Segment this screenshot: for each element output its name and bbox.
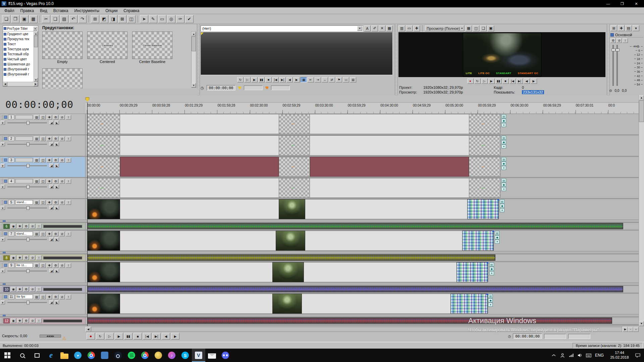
track-number[interactable]: 4 [8, 179, 14, 184]
solo-button[interactable]: ! [66, 179, 71, 184]
slider-thumb[interactable] [26, 301, 30, 304]
track-lane-9[interactable]: ▤◆✦ [86, 262, 639, 285]
presets-vscrollbar[interactable]: ▲ ▼ [191, 32, 196, 88]
solo-button[interactable]: ! [36, 318, 42, 323]
track-level-slider[interactable] [7, 165, 47, 166]
go-to-end-icon[interactable]: ▶| [279, 77, 286, 82]
fade-out-icon[interactable]: ◣ [55, 142, 59, 146]
track-motion-button[interactable]: ◫ [40, 232, 46, 236]
automation-settings-button[interactable]: ⚙ [53, 179, 58, 184]
timeline-event[interactable]: ▪▪ [87, 157, 120, 177]
bypass-motion-blur-button[interactable]: ▨ [34, 232, 39, 236]
external-monitor-icon[interactable]: ▭ [406, 25, 413, 32]
automation-settings-button[interactable]: ⚙ [23, 318, 29, 323]
expand-track-icon[interactable]: ▸ [1, 185, 5, 189]
open-project-icon[interactable]: ❐ [11, 15, 19, 23]
generator-item-3[interactable]: Текст [3, 42, 38, 47]
generator-item-1[interactable]: Градиент цве [3, 32, 38, 37]
track-motion-button[interactable]: ◫ [40, 115, 46, 120]
edit-timecode-field[interactable]: 00:00:00;00 [513, 334, 542, 339]
track-lane-3[interactable]: ▪▪▪▪▪▪▤◆✦ [86, 157, 639, 177]
generator-list-hscrollbar[interactable]: ◀ ▶ [3, 82, 38, 86]
scroll-up-icon[interactable]: ▲ [639, 95, 644, 100]
slider-thumb[interactable] [26, 269, 30, 273]
track-lane-5[interactable]: ▤◆✦ [86, 199, 639, 222]
track-fx-button[interactable]: ✚ [47, 295, 52, 299]
zoom-edit-tool-icon[interactable]: ◎ [167, 15, 175, 23]
track-number[interactable]: 2 [8, 136, 14, 141]
save-preset-icon[interactable]: ✐ [371, 25, 378, 32]
project-properties-icon[interactable]: ▦ [29, 15, 38, 23]
auto-crossfade-icon[interactable]: ◩ [100, 15, 108, 23]
loop-region-icon[interactable]: ↔ [322, 77, 328, 82]
loop-playback-icon[interactable]: ↻ [237, 77, 244, 82]
fade-out-icon[interactable]: ◣ [55, 121, 59, 125]
track-group-strip[interactable] [0, 314, 639, 316]
step-left-icon[interactable]: ⇤ [308, 77, 314, 82]
audio-event[interactable] [87, 223, 623, 229]
automation-settings-button[interactable]: ⚙ [53, 158, 58, 163]
file-explorer-icon[interactable] [58, 349, 71, 362]
track-fx-button[interactable]: ✚ [47, 200, 52, 205]
step-right-icon[interactable]: ⇥ [315, 77, 321, 82]
track-lane-11[interactable]: ▤◆✦ [86, 294, 639, 316]
track-lane-1[interactable]: ▪▪▪▪▪▪▤◆✦ [86, 114, 639, 134]
lock-envelopes-icon[interactable]: ⊠ [118, 15, 126, 23]
panel-grip[interactable] [395, 24, 398, 95]
loop-playback-button[interactable]: ↻ [474, 78, 481, 84]
bypass-motion-blur-button[interactable]: ▨ [34, 136, 39, 141]
chevron-down-icon[interactable]: ▾ [357, 26, 362, 31]
skype-icon[interactable] [178, 349, 192, 362]
steam-icon[interactable] [111, 349, 125, 362]
menu-options[interactable]: Опции [102, 8, 120, 14]
record-button[interactable]: ● [87, 333, 95, 340]
solo-button[interactable]: ! [36, 255, 42, 260]
automation-settings-button[interactable]: ⚙ [53, 295, 58, 299]
event-pan-crop-icon[interactable]: ✦ [500, 208, 504, 212]
event-pan-crop-icon[interactable]: ✦ [488, 303, 493, 307]
preview-quality-dropdown[interactable]: Просмотр (Полное) ▾ [425, 25, 464, 31]
fade-in-icon[interactable]: ◢ [49, 164, 54, 168]
track-drag-handle[interactable] [0, 318, 2, 323]
audio-event[interactable] [87, 317, 612, 324]
track-motion-button[interactable]: ◫ [40, 136, 46, 141]
project-video-properties-icon[interactable]: ▥ [398, 25, 405, 32]
generator-item-2[interactable]: Прокрутка тек [3, 37, 38, 42]
mail-icon[interactable] [205, 349, 219, 362]
telegram-icon[interactable] [71, 349, 85, 362]
mute-button[interactable]: ⊘ [59, 136, 65, 141]
redo-icon[interactable]: ↷ [78, 15, 87, 23]
go-to-end-button[interactable]: ▶| [517, 78, 523, 84]
automation-settings-button[interactable]: ⚙ [53, 200, 58, 205]
fade-in-icon[interactable]: ◢ [49, 121, 54, 125]
automation-settings-button[interactable]: ⚙ [53, 263, 58, 268]
fader-handle[interactable] [615, 49, 620, 51]
event-fx-icon[interactable]: ◆ [501, 119, 506, 123]
touch-keyboard-icon[interactable] [584, 349, 593, 362]
track-fx-button[interactable]: ✚ [47, 136, 52, 141]
fade-in-icon[interactable]: ◢ [49, 269, 54, 273]
mute-button[interactable]: ⊘ [59, 158, 65, 163]
track-header-12[interactable]: 12◉✚⚙⊘! [0, 317, 86, 324]
snapshot-icon[interactable]: ▤ [350, 77, 356, 82]
solo-button[interactable]: ! [66, 232, 71, 236]
spotify-icon[interactable] [125, 349, 138, 362]
enable-snapping-icon[interactable]: ⊞ [91, 15, 99, 23]
track-lane-7[interactable]: ▤◆✦ [86, 231, 639, 253]
scroll-right-icon[interactable]: ▶ [34, 82, 38, 86]
track-motion-button[interactable]: ◫ [40, 179, 46, 184]
solo-button[interactable]: ! [66, 115, 71, 120]
panel-grip[interactable] [197, 24, 200, 95]
event-pan-crop-icon[interactable]: ✦ [501, 123, 506, 127]
track-header-4[interactable]: 4▨◫✚⚙⊘!▸◢◣ [0, 178, 86, 198]
track-fx-button[interactable]: ✚ [17, 255, 22, 260]
track-header-10[interactable]: 10◉✚⚙⊘! [0, 286, 86, 293]
arm-record-button[interactable]: ◉ [11, 255, 16, 260]
track-lane-2[interactable]: ▪▪▪▪▪▪▤◆✦ [86, 135, 639, 156]
insert-bus-icon[interactable]: ⊞ [610, 25, 617, 31]
timeline-event[interactable]: ▪▪ [87, 114, 120, 134]
save-project-icon[interactable]: ▣ [20, 15, 29, 23]
generator-list-vscrollbar[interactable]: ▲ ▼ [34, 32, 38, 82]
scroll-down-icon[interactable]: ▼ [639, 321, 644, 326]
track-drag-handle[interactable] [1, 231, 3, 236]
